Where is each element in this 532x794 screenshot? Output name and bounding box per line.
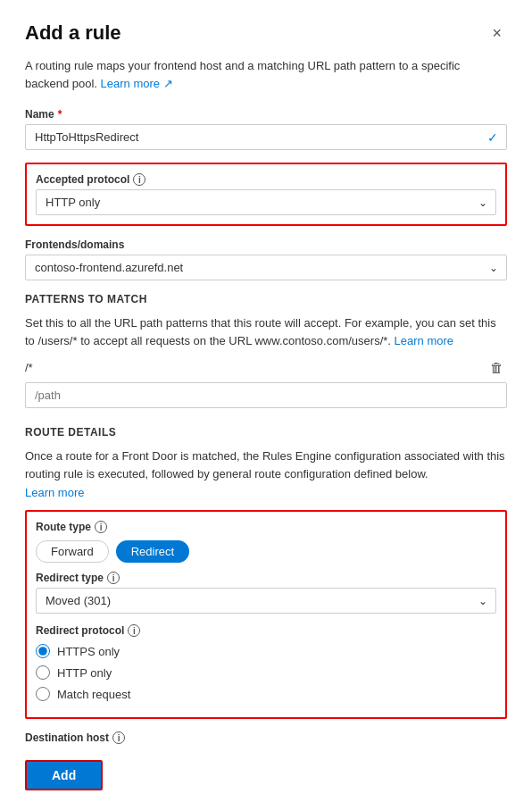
- patterns-learn-more-link[interactable]: Learn more: [395, 334, 453, 347]
- redirect-type-info-icon[interactable]: i: [107, 572, 120, 584]
- path-input[interactable]: [25, 382, 507, 408]
- frontends-domains-label: Frontends/domains: [25, 238, 507, 251]
- footer: Add: [25, 744, 507, 790]
- name-label: Name *: [25, 108, 507, 121]
- redirect-protocol-label: Redirect protocol i: [36, 624, 496, 637]
- panel-description: A routing rule maps your frontend host a…: [25, 57, 507, 92]
- route-type-info-icon[interactable]: i: [95, 521, 107, 533]
- frontends-domains-select-wrapper: contoso-frontend.azurefd.net ⌄: [25, 255, 507, 280]
- name-check-icon: ✓: [487, 130, 498, 145]
- frontends-domains-select[interactable]: contoso-frontend.azurefd.net: [25, 255, 507, 280]
- route-type-label: Route type i: [36, 521, 496, 533]
- panel-header: Add a rule ×: [25, 21, 507, 45]
- required-indicator: *: [58, 108, 62, 121]
- https-only-radio[interactable]: [36, 644, 50, 658]
- patterns-section-title: PATTERNS TO MATCH: [25, 293, 507, 305]
- destination-host-label-row: Destination host i: [25, 731, 507, 744]
- patterns-description: Set this to all the URL path patterns th…: [25, 314, 507, 349]
- route-details-section: Route type i Forward Redirect Redirect t…: [25, 510, 507, 719]
- redirect-type-select-wrapper: Moved (301) Found (302) Temporary Redire…: [36, 588, 496, 614]
- redirect-type-label: Redirect type i: [36, 572, 496, 584]
- name-input-wrapper: ✓: [25, 124, 507, 150]
- pattern-value: /*: [25, 361, 486, 374]
- http-only-radio-item[interactable]: HTTP only: [36, 665, 496, 680]
- redirect-type-select[interactable]: Moved (301) Found (302) Temporary Redire…: [36, 588, 496, 614]
- description-learn-more-link[interactable]: Learn more ↗: [101, 77, 173, 90]
- route-type-toggle-row: Forward Redirect: [36, 540, 496, 563]
- http-only-radio[interactable]: [36, 665, 50, 680]
- pattern-row: /* 🗑: [25, 358, 507, 377]
- https-only-radio-item[interactable]: HTTPS only: [36, 644, 496, 658]
- add-rule-panel: Add a rule × A routing rule maps your fr…: [0, 0, 532, 794]
- add-button[interactable]: Add: [25, 760, 103, 790]
- accepted-protocol-label: Accepted protocol i: [36, 173, 496, 186]
- name-input[interactable]: [25, 124, 507, 150]
- accepted-protocol-select[interactable]: HTTP only HTTPS only HTTP and HTTPS: [36, 189, 496, 215]
- route-details-description: Once a route for a Front Door is matched…: [25, 447, 507, 482]
- close-button[interactable]: ×: [486, 23, 507, 43]
- match-request-radio-item[interactable]: Match request: [36, 687, 496, 701]
- name-field-group: Name * ✓: [25, 108, 507, 150]
- accepted-protocol-info-icon[interactable]: i: [133, 173, 145, 186]
- frontends-domains-field-group: Frontends/domains contoso-frontend.azure…: [25, 238, 507, 280]
- http-only-label: HTTP only: [57, 666, 112, 680]
- match-request-radio[interactable]: [36, 687, 50, 701]
- redirect-protocol-radio-group: HTTPS only HTTP only Match request: [36, 644, 496, 701]
- redirect-protocol-info-icon[interactable]: i: [128, 624, 140, 637]
- delete-pattern-icon[interactable]: 🗑: [486, 358, 507, 377]
- accepted-protocol-section: Accepted protocol i HTTP only HTTPS only…: [25, 163, 507, 226]
- route-details-learn-more-link[interactable]: Learn more: [25, 486, 507, 499]
- redirect-route-button[interactable]: Redirect: [116, 540, 189, 563]
- destination-host-info-icon[interactable]: i: [112, 731, 125, 744]
- forward-route-button[interactable]: Forward: [36, 540, 109, 563]
- https-only-label: HTTPS only: [57, 645, 120, 658]
- match-request-label: Match request: [57, 688, 130, 701]
- accepted-protocol-select-wrapper: HTTP only HTTPS only HTTP and HTTPS ⌄: [36, 189, 496, 215]
- panel-title: Add a rule: [25, 21, 121, 45]
- route-details-section-title: ROUTE DETAILS: [25, 426, 507, 439]
